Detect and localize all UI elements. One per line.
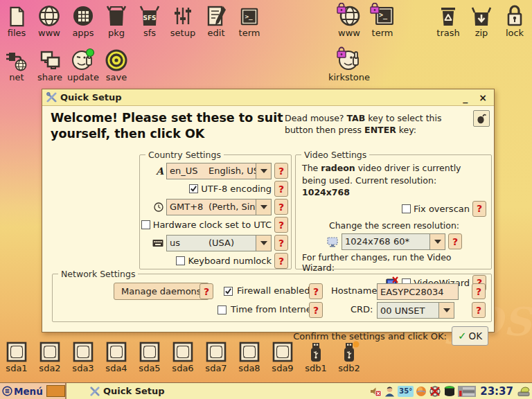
country-settings-legend: Country Settings <box>145 150 224 160</box>
hwclock-checkbox[interactable] <box>141 220 150 229</box>
save-target-icon <box>100 47 133 72</box>
harddrive-icon <box>166 339 200 363</box>
network-settings-group: Network Settings Manage daemons ? Firewa… <box>52 274 492 322</box>
timezone-help-button[interactable]: ? <box>274 199 288 215</box>
window-title: Quick Setup <box>60 92 122 103</box>
firewall-help-button[interactable]: ? <box>309 283 323 299</box>
desktop-icon-update[interactable]: update <box>66 47 100 82</box>
keyboard-layout-combobox[interactable]: us (USA) <box>166 235 272 251</box>
fix-overscan-checkbox[interactable] <box>402 204 411 213</box>
hostname-input[interactable] <box>377 283 459 300</box>
desktop-icon-trash[interactable]: trash <box>432 3 465 37</box>
desktop-icon-lock[interactable]: lock <box>498 3 531 37</box>
ok-button[interactable]: ✓ OK <box>452 326 488 346</box>
time-internet-help-button[interactable]: ? <box>309 302 323 318</box>
firewall-checkbox[interactable] <box>224 287 233 296</box>
fix-overscan-help-button[interactable]: ? <box>472 201 486 217</box>
resolution-help-button[interactable]: ? <box>448 233 462 249</box>
desktop-icon-sfs[interactable]: SFS sfs <box>133 3 166 37</box>
utf8-help-button[interactable]: ? <box>274 181 288 197</box>
session-save-icon[interactable] <box>517 385 531 397</box>
checkmark-icon <box>190 185 197 193</box>
desktop-icon-www[interactable]: www <box>33 3 66 37</box>
locale-combobox[interactable]: en_US English, US <box>166 163 272 179</box>
edit-notepad-icon <box>200 3 233 28</box>
desktop-icon-files[interactable]: files <box>0 3 33 37</box>
desktop-icon-www-locked[interactable]: www <box>332 3 366 37</box>
checkmark-icon <box>224 287 232 295</box>
dead-mouse-button[interactable] <box>473 110 490 127</box>
firewall-label: Firewall enabled <box>237 285 310 296</box>
network-offline-icon[interactable] <box>429 385 441 398</box>
user-tray-icon[interactable] <box>384 385 396 398</box>
drive-icon-sda3[interactable]: sda3 <box>66 339 100 373</box>
numlock-label: Keyboard numlock <box>188 256 272 266</box>
desktop-icon-setup[interactable]: setup <box>166 3 200 37</box>
desktop-icon-save[interactable]: save <box>100 47 133 82</box>
drive-icon-sda7[interactable]: sda7 <box>200 339 233 373</box>
timezone-combobox[interactable]: GMT+8 (Perth, Sin <box>166 199 272 215</box>
hostname-help-button[interactable]: ? <box>472 283 486 299</box>
desktop-icon-term[interactable]: >_ term <box>233 3 266 37</box>
utf8-checkbox[interactable] <box>189 184 198 193</box>
monitor-icon <box>326 236 339 248</box>
numlock-checkbox[interactable] <box>176 256 185 265</box>
welcome-heading: Welcome! Please set these to suit yourse… <box>51 110 285 142</box>
keyboard-help-button[interactable]: ? <box>274 235 288 251</box>
tools-icon <box>90 387 100 396</box>
desktop-icon-apps[interactable]: apps <box>66 3 100 37</box>
globe-locked-icon <box>332 3 366 28</box>
desktop-icon-pkg[interactable]: pkg <box>100 3 133 37</box>
drive-icon-sda1[interactable]: sda1 <box>0 339 33 373</box>
harddrive-icon <box>233 339 266 363</box>
desktop-icon-share[interactable]: share <box>33 47 66 82</box>
cpu-meter[interactable] <box>458 385 476 398</box>
clock-icon <box>154 202 163 212</box>
zip-box-icon <box>465 3 498 28</box>
desktop-icon-kirkstone[interactable]: kirkstone <box>324 47 374 82</box>
locale-dropdown-arrow[interactable] <box>256 163 271 179</box>
crd-help-button[interactable]: ? <box>472 302 486 318</box>
locale-help-button[interactable]: ? <box>274 163 288 179</box>
menu-icon[interactable] <box>2 386 12 396</box>
task-quick-setup[interactable]: Quick Setup <box>90 386 165 396</box>
desktop-icon-term-locked[interactable]: >_ term <box>366 3 399 37</box>
tools-icon <box>46 92 57 103</box>
drive-icon-sda8[interactable]: sda8 <box>233 339 266 373</box>
drive-icon-sda5[interactable]: sda5 <box>133 339 166 373</box>
window-titlebar[interactable]: Quick Setup _ × <box>42 89 494 106</box>
numlock-help-button[interactable]: ? <box>274 253 288 269</box>
crd-dropdown-arrow[interactable] <box>438 303 454 318</box>
time-internet-checkbox[interactable] <box>218 305 227 314</box>
package-box-icon <box>100 3 133 28</box>
resolution-combobox[interactable]: 1024x768 60* <box>342 233 445 250</box>
desktop-icon-zip[interactable]: zip <box>465 3 498 37</box>
orb-tray-icon[interactable] <box>416 386 427 397</box>
daemons-help-button[interactable]: ? <box>200 283 213 299</box>
taskbar-clock[interactable]: 23:37 <box>480 385 513 398</box>
printer-spool-icon[interactable] <box>443 385 456 398</box>
keyboard-icon <box>152 239 163 247</box>
harddrive-icon <box>0 339 33 363</box>
hwclock-label: Hardware clock set to UTC <box>153 220 272 230</box>
sliders-icon <box>166 3 200 28</box>
desktop-icon-net[interactable]: net <box>0 47 33 82</box>
drive-icon-sda2[interactable]: sda2 <box>33 339 66 373</box>
terminal-locked-icon: >_ <box>366 3 399 28</box>
keyboard-dropdown-arrow[interactable] <box>256 236 271 251</box>
desktop-icon-edit[interactable]: edit <box>200 3 233 37</box>
drive-icon-sda4[interactable]: sda4 <box>100 339 133 373</box>
taskbar-applet[interactable] <box>46 385 65 397</box>
harddrive-icon <box>133 339 166 363</box>
close-button[interactable]: × <box>479 93 487 103</box>
hwclock-help-button[interactable]: ? <box>274 217 288 233</box>
timezone-dropdown-arrow[interactable] <box>256 200 271 215</box>
drive-icon-sda6[interactable]: sda6 <box>166 339 200 373</box>
manage-daemons-button[interactable]: Manage daemons <box>114 283 209 300</box>
volume-muted-icon[interactable] <box>369 385 382 398</box>
resolution-dropdown-arrow[interactable] <box>429 234 445 249</box>
temperature-tray-badge[interactable]: 35° <box>398 386 414 397</box>
crd-combobox[interactable]: 00 UNSET <box>377 302 454 319</box>
menu-button[interactable]: Menú <box>14 386 43 397</box>
minimize-button[interactable]: _ <box>463 93 468 103</box>
